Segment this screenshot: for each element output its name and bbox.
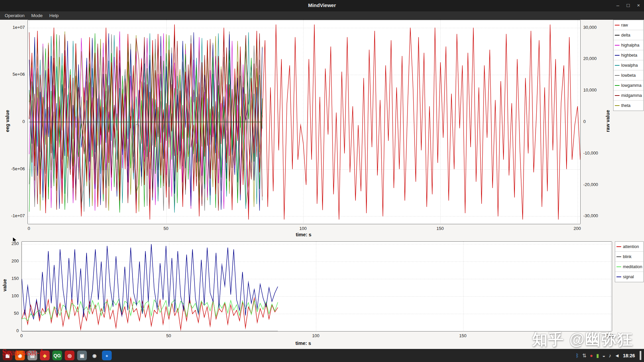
attention-legend-marker-icon <box>616 246 621 247</box>
legend-item-theta[interactable]: theta <box>613 101 643 111</box>
eeg-plot-canvas[interactable] <box>28 20 581 224</box>
value-x-axis-title: time: s <box>290 341 317 346</box>
mouse-cursor-icon <box>12 237 19 245</box>
axis-tick-label: 50 <box>0 311 19 316</box>
legend-label: meditation <box>623 264 642 269</box>
media-icon[interactable]: ♪ <box>609 353 611 358</box>
meditation-legend-marker-icon <box>616 266 621 267</box>
axis-tick-label: 5e+06 <box>0 72 25 77</box>
legend-item-signal[interactable]: signal <box>615 272 643 282</box>
battery-icon[interactable]: ▮ <box>596 353 599 358</box>
window-title: MindViewer <box>0 2 644 8</box>
legend-item-delta[interactable]: delta <box>613 30 643 40</box>
eeg-x-axis-title: time: s <box>290 232 317 237</box>
axis-tick-label: 50 <box>157 333 180 338</box>
legend-item-meditation[interactable]: meditation <box>615 262 643 272</box>
legend-label: blink <box>623 254 632 259</box>
axis-tick-label: 150 <box>451 333 475 338</box>
axis-tick-label: 200 <box>0 258 19 263</box>
menubar: OperationModeHelp <box>0 11 644 20</box>
menu-item-help[interactable]: Help <box>46 12 62 19</box>
raw-legend-marker-icon <box>615 25 620 25</box>
legend-label: lowalpha <box>621 63 638 68</box>
system-tray: ᛒ⇅●▮◒♪◄ 18:26 <box>576 351 644 360</box>
legend-label: lowbeta <box>621 73 636 78</box>
legend-label: theta <box>621 103 631 108</box>
axis-tick-label: 0 <box>0 328 19 333</box>
axis-tick-label: -10,000 <box>583 150 610 156</box>
network-icon[interactable]: ⇅ <box>582 353 587 358</box>
midgamma-legend-marker-icon <box>615 95 620 96</box>
window-controls: – □ × <box>616 2 640 9</box>
axis-tick-label: 100 <box>304 333 327 338</box>
taskbar: ▦◉▤◆QG◎▣◉● ᛒ⇅●▮◒♪◄ 18:26 <box>0 349 644 362</box>
updates-icon[interactable]: ◒ <box>602 353 605 358</box>
axis-tick-label: -20,000 <box>583 182 610 187</box>
signal-legend-marker-icon <box>616 277 621 277</box>
axis-tick-label: 30,000 <box>583 25 610 30</box>
legend-label: signal <box>623 275 634 279</box>
lowgamma-legend-marker-icon <box>615 85 620 86</box>
theta-legend-marker-icon <box>615 105 620 106</box>
legend-item-lowbeta[interactable]: lowbeta <box>613 70 643 80</box>
legend-label: highbeta <box>621 53 637 58</box>
axis-tick-label: 0 <box>17 226 41 231</box>
clock: 18:26 <box>623 353 635 358</box>
esense-plot-canvas[interactable] <box>21 241 612 331</box>
delta-legend-marker-icon <box>615 35 620 36</box>
axis-tick-label: 200 <box>566 226 589 231</box>
seat-overlay-text: Seat: seat-1 <box>2 347 44 358</box>
content-area: eeg value raw value time: s value time: … <box>0 20 644 349</box>
legend-label: highalpha <box>621 43 639 48</box>
bluetooth-icon[interactable]: ᛒ <box>576 353 579 358</box>
legend-label: delta <box>621 33 630 38</box>
legend-item-raw[interactable]: raw <box>613 20 643 30</box>
meeting-app-icon[interactable]: ▣ <box>77 351 87 360</box>
maximize-button[interactable]: □ <box>627 2 630 9</box>
axis-tick-label: 150 <box>0 276 19 281</box>
esense-legend: attentionblinkmeditationsignal <box>615 241 644 282</box>
close-button[interactable]: × <box>637 2 640 9</box>
record-indicator-icon[interactable]: ● <box>590 353 593 358</box>
volume-icon[interactable]: ◄ <box>614 353 620 358</box>
axis-tick-label: 0 <box>0 119 25 124</box>
axis-tick-label: -5e+06 <box>0 166 25 171</box>
legend-item-attention[interactable]: attention <box>615 242 643 252</box>
chromium-icon[interactable]: ● <box>102 351 112 360</box>
legend-item-midgamma[interactable]: midgamma <box>613 90 643 101</box>
obs-studio-icon[interactable]: ◉ <box>90 351 99 360</box>
minimize-button[interactable]: – <box>616 2 619 9</box>
axis-tick-label: 20,000 <box>583 56 610 61</box>
axis-tick-label: 1e+07 <box>0 25 25 30</box>
legend-label: lowgamma <box>621 83 641 88</box>
qgroundcontrol-icon[interactable]: QG <box>52 351 62 360</box>
axis-tick-label: -30,000 <box>583 213 610 218</box>
legend-item-lowalpha[interactable]: lowalpha <box>613 60 643 70</box>
axis-tick-label: 100 <box>291 226 315 231</box>
axis-tick-label: 100 <box>0 293 19 298</box>
show-desktop-button[interactable] <box>640 351 641 360</box>
lowalpha-legend-marker-icon <box>615 65 620 66</box>
legend-item-highbeta[interactable]: highbeta <box>613 50 643 60</box>
axis-tick-label: 10,000 <box>583 87 610 93</box>
window-titlebar: MindViewer – □ × <box>0 0 644 11</box>
watermark: 知乎 @幽弥狂 <box>532 329 633 350</box>
legend-label: raw <box>621 23 628 27</box>
eeg-legend: rawdeltahighalphahighbetalowalphalowbeta… <box>613 20 644 111</box>
axis-tick-label: 50 <box>154 226 178 231</box>
menu-item-operation[interactable]: Operation <box>1 12 28 19</box>
menu-item-mode[interactable]: Mode <box>28 12 46 19</box>
highbeta-legend-marker-icon <box>615 55 620 56</box>
legend-label: attention <box>623 244 639 249</box>
legend-item-highalpha[interactable]: highalpha <box>613 40 643 50</box>
legend-item-blink[interactable]: blink <box>615 252 643 262</box>
axis-tick-label: 0 <box>583 119 610 124</box>
lowbeta-legend-marker-icon <box>615 75 620 76</box>
axis-tick-label: -1e+07 <box>0 213 25 218</box>
blink-legend-marker-icon <box>616 256 621 257</box>
axis-tick-label: 150 <box>428 226 452 231</box>
highalpha-legend-marker-icon <box>615 45 620 46</box>
screen-recorder-icon[interactable]: ◎ <box>65 351 74 360</box>
legend-item-lowgamma[interactable]: lowgamma <box>613 80 643 90</box>
tray-icons: ᛒ⇅●▮◒♪◄ <box>576 353 620 358</box>
